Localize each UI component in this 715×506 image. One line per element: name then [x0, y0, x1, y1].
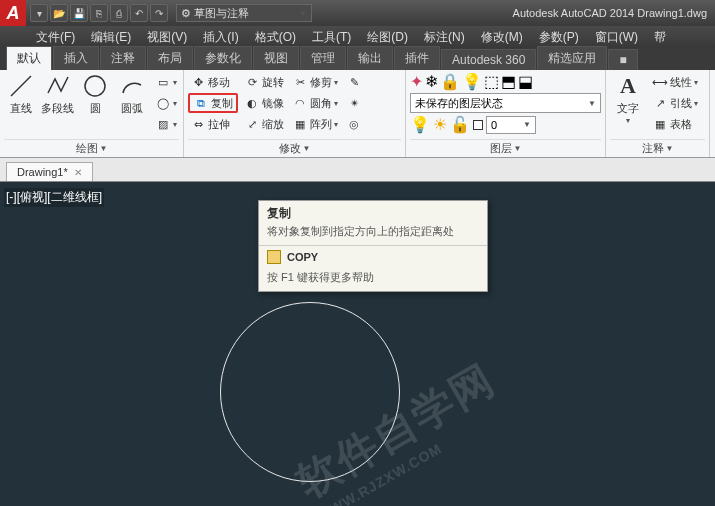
- array-button[interactable]: ▦阵列▾: [290, 114, 340, 134]
- file-tab[interactable]: Drawing1* ✕: [6, 162, 93, 181]
- tab-extra[interactable]: ■: [608, 49, 637, 70]
- fillet-label: 圆角: [310, 96, 332, 111]
- mirror-icon: ◐: [244, 95, 260, 111]
- menu-parametric[interactable]: 参数(P): [533, 27, 585, 48]
- close-icon[interactable]: ✕: [74, 167, 82, 178]
- offset-icon: ◎: [346, 116, 362, 132]
- layer-iso-icon[interactable]: ⬚: [484, 72, 499, 91]
- tab-home[interactable]: 默认: [6, 46, 52, 70]
- dim-linear-icon: ⟷: [652, 74, 668, 90]
- rotate-icon: ⟳: [244, 74, 260, 90]
- menu-help[interactable]: 帮: [648, 27, 672, 48]
- stretch-button[interactable]: ⇔拉伸: [188, 114, 238, 134]
- tab-plugins[interactable]: 插件: [394, 46, 440, 70]
- copy-button[interactable]: ⧉复制: [188, 93, 238, 113]
- layer-color-swatch: [473, 120, 483, 130]
- layer-lock-icon[interactable]: 🔒: [440, 72, 460, 91]
- tooltip-cmd-label: COPY: [287, 251, 318, 263]
- layer-bulb-icon: 💡: [410, 115, 430, 134]
- offset-button[interactable]: ◎: [344, 114, 364, 134]
- qat-save-icon[interactable]: 💾: [70, 4, 88, 22]
- polyline-icon: [44, 72, 72, 100]
- line-icon: [7, 72, 35, 100]
- app-logo[interactable]: A: [0, 0, 26, 26]
- scale-button[interactable]: ⤢缩放: [242, 114, 286, 134]
- menu-dimension[interactable]: 标注(N): [418, 27, 471, 48]
- tab-annotate[interactable]: 注释: [100, 46, 146, 70]
- menu-window[interactable]: 窗口(W): [589, 27, 644, 48]
- fillet-button[interactable]: ◠圆角▾: [290, 93, 340, 113]
- panel-layers-title[interactable]: 图层▼: [410, 139, 601, 157]
- layer-props-icon[interactable]: ✦: [410, 72, 423, 91]
- tab-view[interactable]: 视图: [253, 46, 299, 70]
- line-button[interactable]: 直线: [4, 72, 37, 139]
- qat-plot-icon[interactable]: ⎙: [110, 4, 128, 22]
- move-button[interactable]: ✥移动: [188, 72, 238, 92]
- gear-icon: ⚙: [181, 7, 191, 20]
- trim-button[interactable]: ✂修剪▾: [290, 72, 340, 92]
- tab-autodesk360[interactable]: Autodesk 360: [441, 49, 536, 70]
- tab-parametric[interactable]: 参数化: [194, 46, 252, 70]
- qat-undo-icon[interactable]: ↶: [130, 4, 148, 22]
- layer-freeze-icon[interactable]: ❄: [425, 72, 438, 91]
- layer-current-combo[interactable]: 0▼: [486, 116, 536, 134]
- leader-button[interactable]: ↗引线▾: [650, 93, 700, 113]
- polyline-button[interactable]: 多段线: [41, 72, 74, 139]
- layer-prev-icon[interactable]: ⬓: [518, 72, 533, 91]
- circle-button[interactable]: 圆: [79, 72, 112, 139]
- arc-button[interactable]: 圆弧: [116, 72, 149, 139]
- layer-state-combo[interactable]: 未保存的图层状态▼: [410, 93, 601, 113]
- erase-button[interactable]: ✎: [344, 72, 364, 92]
- tab-manage[interactable]: 管理: [300, 46, 346, 70]
- file-tab-bar: Drawing1* ✕: [0, 158, 715, 182]
- rotate-label: 旋转: [262, 75, 284, 90]
- rotate-button[interactable]: ⟳旋转: [242, 72, 286, 92]
- tab-insert[interactable]: 插入: [53, 46, 99, 70]
- panel-draw-title[interactable]: 绘图▼: [4, 139, 179, 157]
- dim-linear-button[interactable]: ⟷线性▾: [650, 72, 700, 92]
- qat-saveas-icon[interactable]: ⎘: [90, 4, 108, 22]
- ribbon-tabs: 默认 插入 注释 布局 参数化 视图 管理 输出 插件 Autodesk 360…: [0, 48, 715, 70]
- menu-file[interactable]: 文件(F): [30, 27, 81, 48]
- tooltip-copy: 复制 将对象复制到指定方向上的指定距离处 COPY 按 F1 键获得更多帮助: [258, 200, 488, 292]
- arc-label: 圆弧: [121, 101, 143, 116]
- ellipse-button[interactable]: ◯▾: [153, 93, 179, 113]
- draw-extra-col: ▭▾ ◯▾ ▨▾: [153, 72, 179, 139]
- viewport-label[interactable]: [-][俯视][二维线框]: [4, 188, 104, 207]
- tooltip-title: 复制: [259, 201, 487, 224]
- qat-redo-icon[interactable]: ↷: [150, 4, 168, 22]
- qat-open-icon[interactable]: 📂: [50, 4, 68, 22]
- text-button[interactable]: A 文字 ▾: [610, 72, 646, 139]
- explode-button[interactable]: ✴: [344, 93, 364, 113]
- tab-output[interactable]: 输出: [347, 46, 393, 70]
- arc-icon: [118, 72, 146, 100]
- workspace-selector[interactable]: ⚙ 草图与注释 ▼: [176, 4, 312, 22]
- drawn-circle[interactable]: [220, 302, 400, 482]
- mirror-button[interactable]: ◐镜像: [242, 93, 286, 113]
- table-button[interactable]: ▦表格: [650, 114, 700, 134]
- title-bar: A ▾ 📂 💾 ⎘ ⎙ ↶ ↷ ⚙ 草图与注释 ▼ Autodesk AutoC…: [0, 0, 715, 26]
- tab-layout[interactable]: 布局: [147, 46, 193, 70]
- copy-icon: ⧉: [193, 95, 209, 111]
- menu-bar: 文件(F) 编辑(E) 视图(V) 插入(I) 格式(O) 工具(T) 绘图(D…: [0, 26, 715, 48]
- tab-featured[interactable]: 精选应用: [537, 46, 607, 70]
- panel-draw: 直线 多段线 圆 圆弧 ▭▾ ◯▾ ▨▾ 绘图▼: [0, 70, 184, 157]
- menu-edit[interactable]: 编辑(E): [85, 27, 137, 48]
- hatch-button[interactable]: ▨▾: [153, 114, 179, 134]
- menu-view[interactable]: 视图(V): [141, 27, 193, 48]
- panel-modify-title[interactable]: 修改▼: [188, 139, 401, 157]
- layer-off-icon[interactable]: 💡: [462, 72, 482, 91]
- rectangle-button[interactable]: ▭▾: [153, 72, 179, 92]
- menu-tools[interactable]: 工具(T): [306, 27, 357, 48]
- layer-lock2-icon: 🔓: [450, 115, 470, 134]
- rectangle-icon: ▭: [155, 74, 171, 90]
- menu-draw[interactable]: 绘图(D): [361, 27, 414, 48]
- table-label: 表格: [670, 117, 692, 132]
- menu-modify[interactable]: 修改(M): [475, 27, 529, 48]
- tooltip-command: COPY: [259, 246, 487, 268]
- menu-insert[interactable]: 插入(I): [197, 27, 244, 48]
- qat-new-icon[interactable]: ▾: [30, 4, 48, 22]
- layer-match-icon[interactable]: ⬒: [501, 72, 516, 91]
- menu-format[interactable]: 格式(O): [249, 27, 302, 48]
- panel-annotation-title[interactable]: 注释▼: [610, 139, 705, 157]
